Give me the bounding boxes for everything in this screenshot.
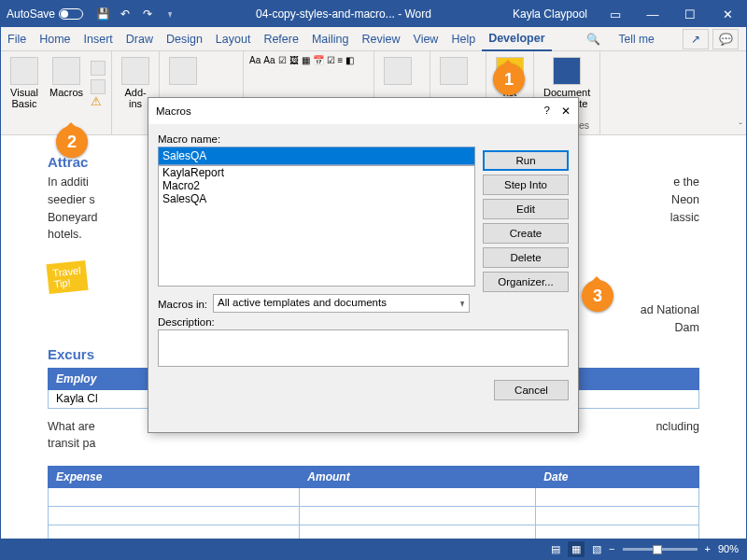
edit-button[interactable]: Edit — [483, 199, 569, 219]
document-title: 04-copy-styles-and-macro... - Word — [184, 7, 503, 21]
callout-1: 1 — [493, 63, 525, 95]
step-into-button[interactable]: Step Into — [483, 175, 569, 195]
macro-name-input[interactable] — [158, 147, 475, 165]
tab-draw[interactable]: Draw — [120, 27, 160, 51]
macros-button[interactable]: Macros — [46, 55, 87, 111]
addins-label: Add- ins — [124, 87, 146, 109]
qat-more-icon[interactable]: ▾ — [162, 4, 176, 24]
record-macro-group: ⚠ — [91, 55, 106, 111]
run-button[interactable]: Run — [483, 150, 569, 171]
ribbon-tabs: File Home Insert Draw Design Layout Refe… — [1, 27, 746, 51]
macros-in-value: All active templates and documents — [218, 297, 387, 310]
macros-label: Macros — [49, 87, 83, 98]
tab-references[interactable]: Refere — [257, 27, 305, 51]
organizer-button[interactable]: Organizer... — [483, 272, 569, 292]
tab-layout[interactable]: Layout — [209, 27, 258, 51]
minimize-icon[interactable]: — — [634, 1, 671, 27]
macros-in-dropdown[interactable]: All active templates and documents▾ — [213, 294, 470, 313]
close-icon[interactable]: ✕ — [709, 1, 746, 27]
tab-insert[interactable]: Insert — [78, 27, 120, 51]
col-date: Date — [536, 467, 699, 488]
tab-home[interactable]: Home — [33, 27, 77, 51]
cancel-button[interactable]: Cancel — [494, 380, 569, 400]
title-bar: AutoSave 💾 ↶ ↷ ▾ 04-copy-styles-and-macr… — [1, 1, 746, 27]
col-amount: Amount — [300, 467, 536, 488]
tab-help[interactable]: Help — [444, 27, 482, 51]
read-mode-icon[interactable]: ▤ — [551, 543, 560, 555]
block-button[interactable] — [436, 55, 472, 87]
tab-mailings[interactable]: Mailing — [305, 27, 356, 51]
addins-icon — [121, 57, 149, 85]
dialog-close-icon[interactable]: ✕ — [561, 105, 571, 118]
macro-name-label: Macro name: — [158, 133, 569, 145]
body-text: transit pa — [48, 435, 699, 453]
tab-file[interactable]: File — [1, 27, 33, 51]
xml-icon — [384, 57, 412, 85]
dialog-help-icon[interactable]: ? — [544, 105, 550, 118]
tell-me-search[interactable]: 🔍Tell me — [580, 27, 661, 51]
list-item[interactable]: KaylaReport — [159, 166, 474, 179]
user-name[interactable]: Kayla Claypool — [503, 7, 597, 21]
zoom-out-icon[interactable]: − — [609, 543, 614, 554]
controls-button[interactable] — [165, 55, 201, 87]
zoom-in-icon[interactable]: + — [705, 543, 711, 554]
autosave-label: AutoSave — [7, 7, 55, 21]
macros-in-label: Macros in: — [158, 299, 207, 310]
print-layout-icon[interactable]: ▦ — [568, 541, 585, 557]
tab-review[interactable]: Review — [356, 27, 407, 51]
zoom-slider[interactable] — [623, 548, 698, 551]
search-icon: 🔍 — [580, 27, 607, 51]
share-button[interactable]: ↗ — [683, 29, 709, 49]
tab-developer[interactable]: Developer — [482, 27, 551, 51]
autosave-toggle[interactable]: AutoSave — [1, 7, 89, 21]
control-icon[interactable]: Aa — [249, 55, 261, 65]
visual-basic-icon — [10, 57, 38, 85]
expense-table: ExpenseAmountDate — [48, 466, 699, 539]
tab-view[interactable]: View — [407, 27, 445, 51]
macros-dialog: Macros ? ✕ Macro name: KaylaReport Macro… — [148, 97, 579, 433]
create-button[interactable]: Create — [483, 223, 569, 244]
tell-me-label: Tell me — [613, 27, 661, 51]
description-box[interactable] — [158, 329, 569, 367]
dialog-title: Macros — [156, 105, 191, 117]
collapse-ribbon-icon[interactable]: ˇ — [739, 121, 742, 133]
col-expense: Expense — [49, 467, 300, 488]
list-item[interactable]: Macro2 — [159, 179, 474, 192]
control-icon[interactable]: Aa — [263, 55, 275, 65]
macro-list[interactable]: KaylaReport Macro2 SalesQA — [158, 165, 475, 287]
tab-design[interactable]: Design — [160, 27, 209, 51]
status-bar: ▤ ▦ ▧ − + 90% — [1, 539, 746, 559]
ribbon-options-icon[interactable]: ▭ — [597, 1, 634, 27]
description-label: Description: — [158, 316, 569, 328]
travel-tip-sticker: Travel Tip! — [46, 260, 88, 294]
maximize-icon[interactable]: ☐ — [671, 1, 709, 27]
callout-3: 3 — [582, 280, 613, 312]
redo-icon[interactable]: ↷ — [137, 4, 158, 24]
delete-button[interactable]: Delete — [483, 247, 569, 268]
quick-access-toolbar: 💾 ↶ ↷ ▾ — [89, 4, 184, 24]
macros-icon — [52, 57, 80, 85]
web-layout-icon[interactable]: ▧ — [592, 543, 601, 555]
xml-button[interactable] — [380, 55, 416, 87]
list-item[interactable]: SalesQA — [159, 192, 474, 205]
template-icon — [553, 57, 581, 85]
block-icon — [440, 57, 468, 85]
save-icon[interactable]: 💾 — [92, 4, 113, 24]
chevron-down-icon: ▾ — [460, 297, 464, 310]
controls-icon — [169, 57, 197, 85]
visual-basic-label: Visual Basic — [10, 87, 38, 109]
zoom-level[interactable]: 90% — [718, 543, 739, 554]
visual-basic-button[interactable]: Visual Basic — [7, 55, 42, 111]
callout-2: 2 — [56, 126, 88, 158]
undo-icon[interactable]: ↶ — [115, 4, 135, 24]
comments-button[interactable]: 💬 — [712, 29, 739, 49]
